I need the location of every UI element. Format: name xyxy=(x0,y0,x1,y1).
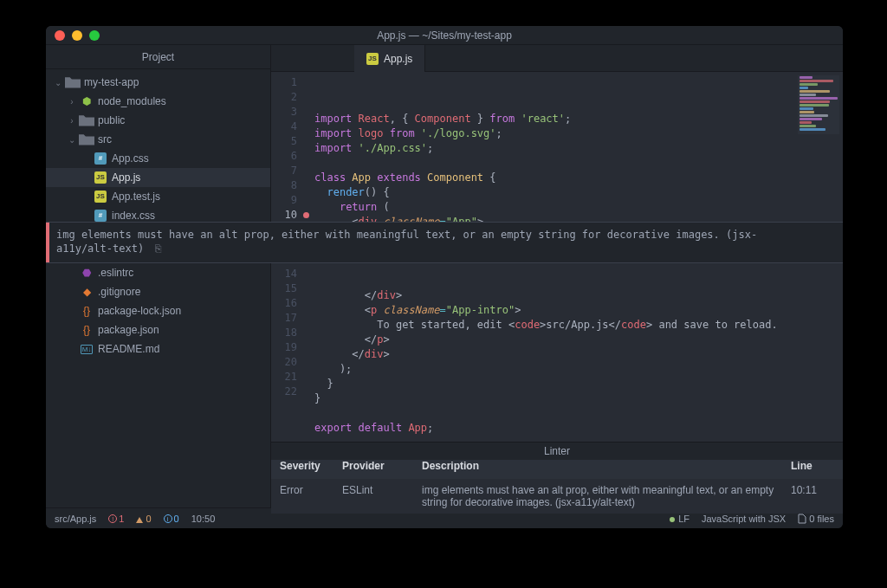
code-line[interactable]: } xyxy=(311,377,843,391)
code-line[interactable]: } xyxy=(311,391,843,406)
titlebar: App.js — ~/Sites/my-test-app xyxy=(46,26,843,45)
json-icon: {} xyxy=(79,323,94,337)
folder-icon xyxy=(79,113,94,127)
code-line[interactable]: <p className="App-intro"> xyxy=(311,303,843,318)
tree-item[interactable]: JSApp.js xyxy=(46,168,270,187)
line-number[interactable]: 6 xyxy=(271,149,311,164)
status-files[interactable]: 0 files xyxy=(798,514,834,524)
line-number[interactable]: 9 xyxy=(271,193,311,208)
tree-item[interactable]: ⌄src xyxy=(46,130,270,149)
lint-tooltip-severity-bar xyxy=(46,223,49,262)
code-line[interactable]: </div> xyxy=(311,347,843,362)
linter-row[interactable]: Error ESLint img elements must have an a… xyxy=(271,479,843,514)
line-number[interactable]: 4 xyxy=(271,120,311,134)
line-number[interactable]: 2 xyxy=(271,90,311,105)
line-number[interactable]: 8 xyxy=(271,178,311,193)
minimap[interactable] xyxy=(798,75,839,134)
editor-window: App.js — ~/Sites/my-test-app Project ⌄my… xyxy=(46,26,843,528)
status-filepath[interactable]: src/App.js xyxy=(55,514,96,524)
tree-item-label: index.css xyxy=(112,210,155,222)
linter-col-provider: Provider xyxy=(342,460,422,479)
line-number[interactable]: 17 xyxy=(271,311,311,326)
project-panel-title: Project xyxy=(46,45,270,69)
code-line[interactable]: </p> xyxy=(311,333,843,347)
tree-item-label: .gitignore xyxy=(98,286,140,298)
chevron-down-icon[interactable]: ⌄ xyxy=(51,78,65,87)
close-window-button[interactable] xyxy=(55,30,65,41)
tree-item[interactable]: {}package-lock.json xyxy=(46,301,270,320)
linter-cell-line: 10:11 xyxy=(791,484,843,496)
line-number[interactable]: 15 xyxy=(271,281,311,296)
linter-col-severity: Severity xyxy=(271,460,342,479)
chevron-right-icon[interactable]: › xyxy=(65,97,79,107)
tab-app-js[interactable]: JS App.js xyxy=(354,45,425,72)
tree-item-label: package.json xyxy=(98,324,159,336)
chevron-right-icon[interactable]: › xyxy=(65,116,79,126)
tree-item[interactable]: ⬣.eslintrc xyxy=(46,263,270,282)
eslint-icon: ⬣ xyxy=(79,266,94,280)
line-number[interactable]: 1 xyxy=(271,75,311,90)
line-number[interactable]: 18 xyxy=(271,326,311,340)
folder-icon xyxy=(65,75,81,89)
error-marker-icon[interactable] xyxy=(303,212,309,218)
traffic-lights xyxy=(46,30,100,41)
code-line[interactable]: class App extends Component { xyxy=(311,171,843,185)
code-line[interactable]: export default App; xyxy=(311,421,843,436)
tree-item-label: my-test-app xyxy=(84,76,139,88)
line-number[interactable]: 7 xyxy=(271,164,311,178)
tree-item[interactable]: ›⬢node_modules xyxy=(46,92,270,111)
code-line[interactable]: import React, { Component } from 'react'… xyxy=(311,112,843,126)
linter-header-row: Severity Provider Description Line xyxy=(271,460,843,479)
js-icon: JS xyxy=(93,171,108,184)
status-line-ending[interactable]: LF xyxy=(670,514,690,524)
status-errors[interactable]: !1 xyxy=(108,514,124,524)
chevron-down-icon[interactable]: ⌄ xyxy=(65,135,79,145)
linter-panel: Linter Severity Provider Description Lin… xyxy=(271,442,843,507)
js-file-icon: JS xyxy=(366,53,379,65)
line-number[interactable]: 10 xyxy=(271,208,311,223)
status-info[interactable]: i0 xyxy=(164,514,179,524)
folder-icon xyxy=(79,132,94,146)
tree-item[interactable]: JSApp.test.js xyxy=(46,187,270,206)
minimize-window-button[interactable] xyxy=(72,30,82,41)
lint-tooltip: img elements must have an alt prop, eith… xyxy=(46,222,843,263)
status-cursor-position[interactable]: 10:50 xyxy=(191,514,216,524)
code-line[interactable]: import './App.css'; xyxy=(311,141,843,156)
tree-item[interactable]: ›public xyxy=(46,111,270,130)
tree-item[interactable]: ◆.gitignore xyxy=(46,282,270,301)
zoom-window-button[interactable] xyxy=(89,30,100,41)
code-line[interactable] xyxy=(311,274,843,288)
line-number[interactable]: 5 xyxy=(271,134,311,149)
linter-cell-description: img elements must have an alt prop, eith… xyxy=(422,484,791,508)
code-line[interactable]: render() { xyxy=(311,185,843,200)
line-number[interactable]: 21 xyxy=(271,370,311,384)
linter-cell-provider: ESLint xyxy=(342,484,422,496)
file-tree[interactable]: ⌄my-test-app›⬢node_modules›public⌄src#Ap… xyxy=(46,69,270,507)
code-line[interactable]: To get started, edit <code>src/App.js</c… xyxy=(311,318,843,333)
code-line[interactable] xyxy=(311,156,843,171)
tree-item[interactable]: {}package.json xyxy=(46,320,270,339)
status-language[interactable]: JavaScript with JSX xyxy=(702,514,786,524)
tree-item[interactable]: ⌄my-test-app xyxy=(46,73,270,92)
tree-item[interactable]: M↓README.md xyxy=(46,339,270,359)
line-number[interactable]: 3 xyxy=(271,105,311,120)
project-sidebar: Project ⌄my-test-app›⬢node_modules›publi… xyxy=(46,45,271,507)
md-icon: M↓ xyxy=(79,342,94,356)
tree-item-label: App.js xyxy=(112,171,140,184)
code-line[interactable]: </div> xyxy=(311,288,843,303)
line-number[interactable]: 20 xyxy=(271,355,311,370)
line-number[interactable]: 19 xyxy=(271,340,311,355)
code-line[interactable]: ); xyxy=(311,362,843,377)
lint-tooltip-link-icon[interactable]: ⎘ xyxy=(155,242,161,255)
line-number[interactable]: 14 xyxy=(271,267,311,281)
code-line[interactable]: return ( xyxy=(311,200,843,215)
line-number[interactable]: 16 xyxy=(271,296,311,311)
tree-item[interactable]: #App.css xyxy=(46,149,270,168)
code-line[interactable]: import logo from './logo.svg'; xyxy=(311,126,843,141)
line-number[interactable]: 22 xyxy=(271,384,311,399)
css-icon: # xyxy=(93,152,108,165)
tree-item-label: public xyxy=(98,114,125,126)
status-warnings[interactable]: 0 xyxy=(136,514,151,524)
tree-item-label: node_modules xyxy=(98,95,166,107)
code-line[interactable] xyxy=(311,406,843,421)
